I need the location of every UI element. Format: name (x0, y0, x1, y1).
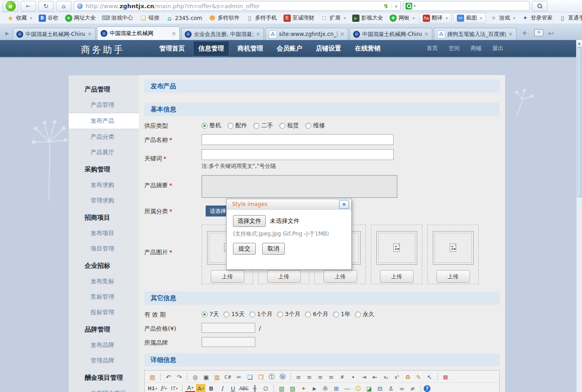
font-color-icon[interactable]: A (185, 384, 195, 392)
toolbar-extension-item[interactable]: ∷ 扩展 (318, 13, 349, 23)
radio-icon[interactable] (355, 312, 361, 317)
separator[interactable] (290, 373, 291, 381)
toolbar-extension-item[interactable]: ▶ 影视大全 (349, 13, 386, 23)
search-box[interactable]: ▾ (403, 1, 530, 11)
unordered-list-icon[interactable]: • (348, 372, 358, 382)
paste-source-icon[interactable]: ▤ (147, 372, 157, 382)
summary-textarea[interactable] (202, 175, 397, 198)
align-center-icon[interactable]: ≡ (304, 372, 314, 382)
upload-button[interactable]: 上传 (267, 270, 301, 283)
tab-close-icon[interactable]: × (256, 31, 260, 37)
tab-close-icon[interactable]: × (424, 31, 429, 37)
align-right-icon[interactable]: ≡ (315, 372, 325, 382)
radio-icon[interactable] (202, 123, 207, 129)
underline-icon[interactable]: U (228, 384, 238, 392)
paste-word-icon[interactable]: Ⓦ (278, 372, 288, 382)
toolbar-extension-item[interactable]: ▯ 直通手机 (556, 13, 582, 23)
sidebar-item[interactable]: 项目管理 (69, 241, 139, 256)
multi-image-icon[interactable]: ▨ (288, 384, 298, 392)
bookmark-item[interactable]: ▯ 多特手机 (243, 13, 280, 23)
radio-icon[interactable] (305, 123, 311, 129)
separator[interactable] (437, 373, 438, 381)
table-icon[interactable]: ⊞ (331, 384, 341, 392)
sidebar-item[interactable]: 产品展厅 (69, 145, 139, 160)
sidebar-item[interactable]: 产品管理 (69, 97, 139, 113)
superscript-icon[interactable]: x² (392, 372, 402, 382)
eraser-icon[interactable]: ∅ (261, 384, 271, 392)
keyword-input[interactable] (202, 149, 394, 160)
browser-tab[interactable]: ❂ 中国混凝土机械网-China × (13, 28, 96, 40)
italic-icon[interactable]: I (217, 384, 227, 392)
toolbar-extension-item[interactable]: ⌗ 游戏 (487, 13, 519, 23)
tab-list-button[interactable] (534, 29, 543, 36)
anchor-icon[interactable]: ⚓ (386, 384, 396, 392)
sidebar-item[interactable]: 投标管理 (69, 305, 139, 320)
sidebar-item[interactable]: 发布求购 (69, 177, 139, 193)
separator[interactable] (420, 385, 421, 392)
clean-format-icon[interactable]: ♻ (403, 372, 413, 382)
nav-link[interactable]: 首页 (427, 45, 438, 52)
sidebar-item[interactable]: 发布品牌 (69, 337, 139, 353)
upload-button[interactable]: 上传 (211, 270, 244, 283)
template-icon[interactable]: ▥ (212, 372, 222, 382)
sidebar-item[interactable]: 发布竞标 (69, 274, 139, 289)
separator[interactable] (187, 373, 187, 381)
product-name-input[interactable] (202, 134, 394, 145)
bookmark-item[interactable]: ☻ 多特软件 (206, 13, 243, 23)
validity-radio[interactable]: 7天 (202, 310, 219, 318)
nav-menu-item[interactable]: 商机管理 (232, 41, 268, 56)
nav-menu-item[interactable]: 店铺设置 (310, 41, 347, 56)
browser-tab[interactable]: ⁂ site:www.zghntjx.cn_百度 × (265, 28, 348, 40)
indent-icon[interactable]: ⇥ (359, 372, 369, 382)
supply-type-radio[interactable]: 配件 (228, 121, 247, 130)
radio-icon[interactable] (253, 123, 259, 129)
separator[interactable] (160, 373, 161, 381)
font-size-icon[interactable]: tT (169, 384, 179, 392)
outdent-icon[interactable]: ⇤ (370, 372, 380, 382)
refresh-button[interactable]: ↻ (38, 1, 54, 11)
tab-close-icon[interactable]: × (340, 31, 344, 37)
highlight-color-icon[interactable]: A (196, 384, 205, 392)
back-button[interactable]: ← (20, 1, 36, 11)
attachment-icon[interactable]: ✇ (320, 384, 330, 392)
radio-icon[interactable] (333, 312, 339, 317)
sidebar-item[interactable]: 发布项目 (69, 226, 139, 241)
toolbar-extension-item[interactable]: ✚ 网银 (386, 13, 418, 23)
new-tab-button[interactable]: + (519, 29, 531, 38)
redo-icon[interactable]: ↷ (174, 372, 184, 382)
upload-button[interactable]: 上传 (380, 270, 414, 283)
emoticon-icon[interactable]: ☺ (353, 384, 363, 392)
justify-icon[interactable]: ≡ (326, 372, 336, 382)
upload-button[interactable]: 上传 (324, 270, 357, 283)
bookmark-item[interactable]: ❏ 链接 (137, 13, 163, 23)
paste-icon[interactable]: ❒ (256, 372, 266, 382)
ordered-list-icon[interactable]: # (337, 372, 347, 382)
help-icon[interactable]: ? (424, 385, 430, 392)
tab-close-icon[interactable]: × (508, 31, 513, 37)
bold-icon[interactable]: B (206, 384, 216, 392)
radio-icon[interactable] (202, 312, 207, 317)
bookmark-item[interactable]: 8 谷歌 (35, 13, 62, 23)
radio-icon[interactable] (249, 312, 255, 317)
nav-link[interactable]: 退出 (492, 45, 503, 52)
undo-icon[interactable]: ↶ (163, 372, 173, 382)
search-go-button[interactable] (532, 1, 547, 11)
picture-icon[interactable]: ◪ (364, 384, 374, 392)
radio-icon[interactable] (228, 123, 233, 129)
sidebar-item[interactable]: 管理求购 (69, 193, 139, 208)
bookmark-item[interactable]: ★ 收藏 (4, 13, 35, 23)
radio-icon[interactable] (279, 123, 285, 129)
search-input[interactable] (417, 2, 527, 10)
flash-icon[interactable]: ✦ (299, 384, 309, 392)
browser-tab[interactable]: ⁂ 搜狗五笔输入法_百度搜索 × (434, 28, 516, 40)
supply-type-radio[interactable]: 整机 (202, 121, 221, 130)
speed-bolt-icon[interactable]: ↯ (384, 3, 389, 10)
print-icon[interactable]: ▣ (201, 372, 211, 382)
insert-image-icon[interactable]: ▧ (277, 384, 287, 392)
dialog-close-button[interactable]: × (339, 200, 349, 209)
bookmark-item[interactable]: ⌂ 2345.com (163, 14, 206, 23)
validity-radio[interactable]: 1年 (333, 310, 350, 318)
browser-tab[interactable]: ❂ 中国混凝土机械网 × (97, 26, 180, 40)
validity-radio[interactable]: 1个月 (249, 310, 273, 318)
sidebar-item[interactable]: 竞标管理 (69, 289, 139, 305)
